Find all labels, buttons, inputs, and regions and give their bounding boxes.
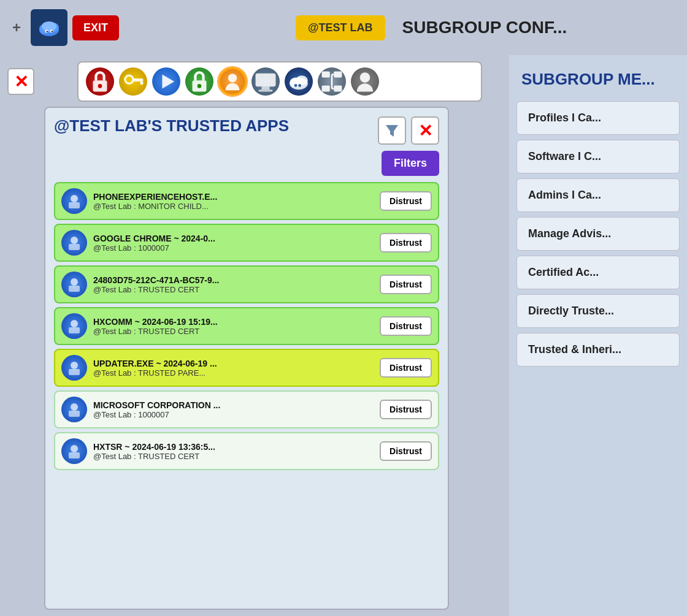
app-name-5: MICROSOFT CORPORATION ... xyxy=(93,400,374,410)
app-name-1: GOOGLE CHROME ~ 2024-0... xyxy=(93,234,374,243)
blue-play-icon[interactable] xyxy=(152,67,180,96)
svg-point-11 xyxy=(126,77,132,83)
app-icon-1 xyxy=(61,230,87,256)
svg-rect-27 xyxy=(334,72,342,78)
top-bar: + EXIT @TEST LAB SUBGROUP CONF... xyxy=(0,0,687,55)
app-info-6: HXTSR ~ 2024-06-19 13:36:5... @Test Lab … xyxy=(93,442,374,461)
yellow-key-icon[interactable] xyxy=(119,67,147,96)
content-panel: @TEST LAB'S TRUSTED APPS ✕ Filters xyxy=(44,107,449,610)
app-name-2: 24803D75-212C-471A-BC57-9... xyxy=(93,275,374,285)
app-name-4: UPDATER.EXE ~ 2024-06-19 ... xyxy=(93,359,374,368)
distrust-button-1[interactable]: Distrust xyxy=(380,233,432,253)
right-menu-directly-trusted[interactable]: Directly Truste... xyxy=(516,294,680,328)
app-item: MICROSOFT CORPORATION ... @Test Lab : 10… xyxy=(54,390,439,428)
app-icon-6 xyxy=(61,438,87,464)
blue-cloud-icon[interactable] xyxy=(285,67,313,96)
gray-monitor-icon[interactable] xyxy=(251,67,280,96)
distrust-button-2[interactable]: Distrust xyxy=(380,275,432,294)
app-sub-3: @Test Lab : TRUSTED CERT xyxy=(93,327,374,336)
app-item: GOOGLE CHROME ~ 2024-0... @Test Lab : 10… xyxy=(54,224,439,262)
panel-close-button[interactable]: ✕ xyxy=(411,116,439,145)
app-icon-5 xyxy=(61,397,87,422)
app-list: PHONEEXPERIENCEHOST.E... @Test Lab : MON… xyxy=(54,182,439,600)
svg-point-33 xyxy=(360,72,370,82)
svg-rect-18 xyxy=(256,74,276,86)
app-info-0: PHONEEXPERIENCEHOST.E... @Test Lab : MON… xyxy=(93,192,374,211)
right-menu-profiles[interactable]: Profiles I Ca... xyxy=(516,101,680,135)
svg-rect-40 xyxy=(69,286,80,292)
right-menu-admins[interactable]: Admins I Ca... xyxy=(516,178,680,212)
icon-toolbar xyxy=(77,61,482,102)
funnel-icon xyxy=(383,122,401,139)
app-sub-6: @Test Lab : TRUSTED CERT xyxy=(93,452,374,461)
right-menu-manage-advis[interactable]: Manage Advis... xyxy=(516,217,680,251)
svg-rect-12 xyxy=(133,78,143,82)
filter-funnel-button[interactable] xyxy=(378,116,406,145)
svg-marker-34 xyxy=(386,125,398,137)
red-lock-icon[interactable] xyxy=(86,67,114,96)
main-content: ✕ xyxy=(0,55,687,616)
filters-button[interactable]: Filters xyxy=(382,151,439,176)
test-lab-button[interactable]: @TEST LAB xyxy=(296,15,385,40)
grid-diagram-icon[interactable] xyxy=(318,67,346,96)
distrust-button-5[interactable]: Distrust xyxy=(380,400,432,419)
right-menu-certified[interactable]: Certified Ac... xyxy=(516,256,680,289)
app-name-3: HXCOMM ~ 2024-06-19 15:19... xyxy=(93,317,374,327)
svg-rect-13 xyxy=(140,82,144,85)
app-info-3: HXCOMM ~ 2024-06-19 15:19... @Test Lab :… xyxy=(93,317,374,336)
app-sub-0: @Test Lab : MONITOR CHILD... xyxy=(93,202,374,211)
app-info-1: GOOGLE CHROME ~ 2024-0... @Test Lab : 10… xyxy=(93,234,374,253)
svg-rect-36 xyxy=(69,202,80,208)
distrust-button-4[interactable]: Distrust xyxy=(380,358,432,378)
toolbar-row: ✕ xyxy=(7,61,502,102)
svg-rect-20 xyxy=(259,89,273,91)
svg-point-45 xyxy=(71,403,78,411)
svg-rect-46 xyxy=(69,411,80,417)
app-icon-4 xyxy=(61,355,87,381)
app-name-6: HXTSR ~ 2024-06-19 13:36:5... xyxy=(93,442,374,452)
right-menu-trusted-inherited[interactable]: Trusted & Inheri... xyxy=(516,333,680,367)
logo-icon xyxy=(36,14,63,41)
left-panel: ✕ xyxy=(0,55,509,616)
svg-point-6 xyxy=(47,31,48,32)
distrust-button-3[interactable]: Distrust xyxy=(380,316,432,336)
svg-rect-19 xyxy=(261,86,269,89)
add-button[interactable]: + xyxy=(7,17,26,39)
app-info-4: UPDATER.EXE ~ 2024-06-19 ... @Test Lab :… xyxy=(93,359,374,378)
panel-header-actions: ✕ xyxy=(378,116,439,145)
left-close-button[interactable]: ✕ xyxy=(7,68,34,95)
svg-point-7 xyxy=(52,31,53,32)
svg-point-39 xyxy=(71,278,78,286)
svg-point-23 xyxy=(296,75,308,85)
svg-point-9 xyxy=(98,84,102,88)
distrust-button-6[interactable]: Distrust xyxy=(380,441,432,461)
distrust-button-0[interactable]: Distrust xyxy=(380,191,432,211)
svg-point-43 xyxy=(71,362,78,369)
app-info-5: MICROSOFT CORPORATION ... @Test Lab : 10… xyxy=(93,400,374,419)
panel-title: @TEST LAB'S TRUSTED APPS xyxy=(54,116,289,135)
app-item: UPDATER.EXE ~ 2024-06-19 ... @Test Lab :… xyxy=(54,349,439,387)
app-item: HXCOMM ~ 2024-06-19 15:19... @Test Lab :… xyxy=(54,307,439,345)
right-menu-software[interactable]: Software I C... xyxy=(516,140,680,173)
orange-person-icon[interactable] xyxy=(218,67,247,96)
right-panel: SUBGROUP ME... Profiles I Ca... Software… xyxy=(509,55,687,616)
svg-point-3 xyxy=(42,21,56,31)
svg-marker-14 xyxy=(162,75,174,89)
svg-rect-38 xyxy=(69,244,80,250)
svg-rect-29 xyxy=(334,86,342,92)
app-logo xyxy=(31,9,67,46)
svg-point-25 xyxy=(298,84,301,87)
exit-button[interactable]: EXIT xyxy=(72,15,119,40)
app-info-2: 24803D75-212C-471A-BC57-9... @Test Lab :… xyxy=(93,275,374,294)
person-silhouette-icon[interactable] xyxy=(351,67,379,96)
svg-rect-44 xyxy=(69,369,80,375)
svg-point-24 xyxy=(294,84,297,87)
svg-point-37 xyxy=(71,237,78,244)
svg-point-35 xyxy=(71,195,78,202)
svg-rect-42 xyxy=(69,327,80,333)
svg-point-41 xyxy=(71,320,78,327)
subgroup-conf-title: SUBGROUP CONF... xyxy=(402,18,567,37)
app-item: PHONEEXPERIENCEHOST.E... @Test Lab : MON… xyxy=(54,182,439,220)
green-lock-icon[interactable] xyxy=(185,67,213,96)
app-item: HXTSR ~ 2024-06-19 13:36:5... @Test Lab … xyxy=(54,432,439,470)
